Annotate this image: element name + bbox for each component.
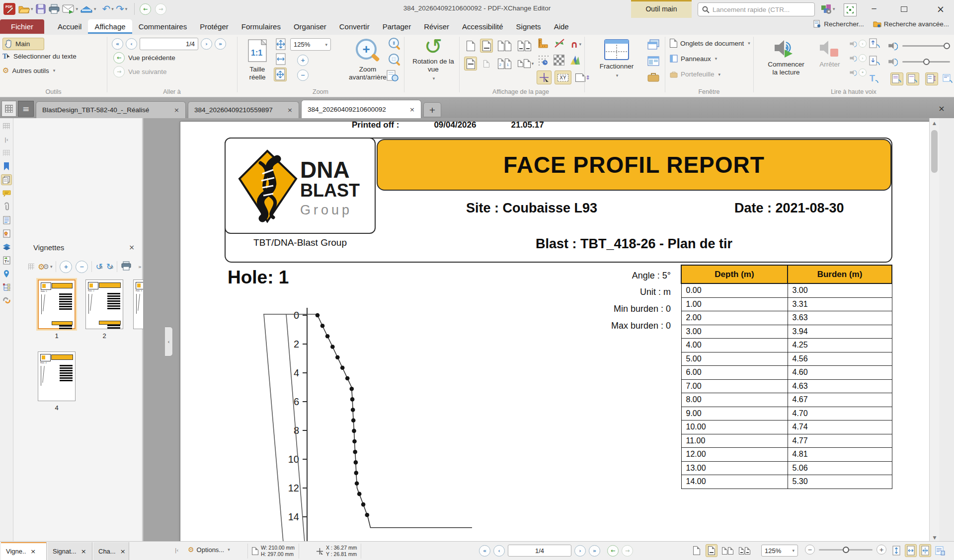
- sb-zoom-out-button[interactable]: −: [805, 545, 815, 555]
- last-page-button[interactable]: »: [215, 38, 226, 50]
- cascade-windows-button[interactable]: [647, 39, 660, 53]
- sb-properties-button[interactable]: [934, 544, 947, 557]
- sb-prev-view-button[interactable]: ←: [607, 545, 619, 557]
- menu-item-aide[interactable]: Aide: [548, 19, 575, 34]
- search-link[interactable]: Rechercher...: [813, 20, 864, 28]
- menu-item-accessibilité[interactable]: Accessibilité: [456, 19, 510, 34]
- sb-next-page-button[interactable]: ›: [574, 545, 586, 557]
- ruler-button[interactable]: [538, 38, 549, 51]
- volume-slider[interactable]: [902, 45, 950, 47]
- continuous-page-button[interactable]: [480, 39, 493, 53]
- start-reading-button[interactable]: Commencerla lecture: [758, 38, 814, 76]
- scroll-down-arrow[interactable]: ▼: [930, 535, 939, 540]
- show-coordinates-button[interactable]: XY: [555, 70, 571, 84]
- page-number-input[interactable]: 1/4: [140, 38, 198, 50]
- fit-width-layout-button[interactable]: [464, 57, 477, 70]
- panel-collapse-handle[interactable]: ‹: [165, 327, 173, 356]
- read-para-button[interactable]: [906, 72, 919, 85]
- doc-tab-2[interactable]: 384_20260409210559897×: [188, 101, 299, 118]
- options-button[interactable]: ⚙ Options... ▾: [188, 546, 230, 554]
- read-prev-button[interactable]: ‹: [848, 39, 867, 49]
- toolbar-overflow-button[interactable]: »: [138, 264, 142, 270]
- read-doc-button[interactable]: [890, 72, 903, 85]
- collapse-panel-icon[interactable]: |‹: [1, 134, 12, 145]
- save-button[interactable]: [35, 2, 46, 15]
- menu-item-protéger[interactable]: Protéger: [193, 19, 235, 34]
- select-text-button[interactable]: T Sélectionner du texte: [2, 52, 77, 60]
- bookmarks-icon[interactable]: [1, 161, 12, 172]
- prev-page-button[interactable]: ‹: [126, 38, 137, 50]
- tab-close-icon[interactable]: ×: [120, 548, 126, 555]
- sb-page-indicator[interactable]: 1/4: [508, 545, 571, 557]
- page-resize-button[interactable]: ⇕: [574, 70, 591, 84]
- sb-fit-visible-button[interactable]: [890, 544, 902, 557]
- sb-two-pages-cont-button[interactable]: [737, 544, 751, 557]
- fullscreen-button[interactable]: [844, 3, 857, 16]
- undo-button[interactable]: ↶▾: [102, 2, 114, 15]
- rotate-cw-90-button[interactable]: ↻90: [106, 262, 113, 272]
- panel-close-button[interactable]: ×: [127, 242, 137, 252]
- sb-next-view-button[interactable]: →: [622, 545, 633, 557]
- bottom-tab-3[interactable]: Cha...×: [93, 542, 129, 560]
- thumbnails-icon[interactable]: [1, 174, 12, 185]
- first-page-button[interactable]: «: [112, 38, 123, 50]
- page-spread-options-button[interactable]: ▾: [516, 57, 536, 70]
- print-button[interactable]: [48, 2, 60, 15]
- snap-button[interactable]: ∩▾: [570, 39, 581, 50]
- menu-item-fichier[interactable]: Fichier: [0, 19, 44, 34]
- sb-single-page-button[interactable]: [691, 544, 703, 557]
- fit-page-button[interactable]: [274, 68, 287, 81]
- sb-zoom-slider[interactable]: [819, 549, 873, 551]
- scanner-button[interactable]: ▾: [80, 2, 96, 15]
- sb-fit-width-button[interactable]: [919, 544, 931, 557]
- forward-view-button[interactable]: →: [155, 3, 166, 15]
- read-order-button[interactable]: [925, 72, 938, 85]
- sb-two-pages-button[interactable]: [720, 544, 734, 557]
- structure-tree-icon[interactable]: [1, 281, 12, 292]
- sb-fit-page-button[interactable]: [905, 544, 917, 557]
- tab-close-icon[interactable]: ×: [174, 106, 179, 114]
- zoom-out-button[interactable]: −: [297, 70, 309, 81]
- thumb-options-button[interactable]: ⚙⚙▾: [38, 262, 52, 272]
- attachments-icon[interactable]: [1, 201, 12, 212]
- links-icon[interactable]: [1, 295, 12, 306]
- two-pages-button[interactable]: [496, 39, 513, 53]
- layers-icon[interactable]: [1, 241, 12, 252]
- read-next-button[interactable]: ›: [848, 53, 867, 63]
- toolbar-grip[interactable]: [28, 264, 34, 270]
- tab-menu-button[interactable]: ≡: [18, 101, 34, 117]
- thumbnail-page-4[interactable]: Hole: 4: [38, 351, 76, 401]
- loupe-button[interactable]: [387, 70, 399, 84]
- redo-button[interactable]: ↷▾: [116, 2, 127, 15]
- back-view-button[interactable]: ←: [140, 3, 151, 15]
- single-page-button[interactable]: [464, 39, 477, 53]
- advanced-search-link[interactable]: Recherche avancée...: [873, 20, 949, 28]
- other-tools-button[interactable]: ⚙ Autres outils ▾: [2, 66, 55, 75]
- menu-item-réviser[interactable]: Réviser: [417, 19, 456, 34]
- menu-item-signets[interactable]: Signets: [510, 19, 548, 34]
- zoom-level-select[interactable]: 125%▾: [290, 38, 331, 51]
- menu-item-convertir[interactable]: Convertir: [333, 19, 376, 34]
- tile-windows-button[interactable]: [647, 56, 660, 69]
- sync-pan-button[interactable]: [554, 38, 565, 51]
- tab-close-icon[interactable]: ×: [30, 548, 36, 555]
- bottom-tab-2[interactable]: Signat...×: [48, 542, 92, 560]
- email-button[interactable]: ▾: [62, 2, 79, 15]
- read-text-button[interactable]: T: [869, 72, 880, 86]
- menu-item-affichage[interactable]: Affichage: [88, 19, 132, 34]
- speed-slider[interactable]: [902, 61, 950, 63]
- sb-first-page-button[interactable]: «: [479, 545, 490, 557]
- close-button[interactable]: ×: [927, 0, 954, 18]
- sb-zoom-select[interactable]: 125%▾: [761, 545, 798, 557]
- doc-tab-3[interactable]: 384_20260409210600092×: [301, 100, 421, 118]
- grid-button[interactable]: [538, 55, 549, 68]
- read-page-down-button[interactable]: [869, 55, 880, 69]
- sb-continuous-button[interactable]: [706, 544, 717, 557]
- tab-list-grid-button[interactable]: [1, 101, 16, 117]
- thumbnail-page-1[interactable]: Hole: 1: [38, 280, 76, 329]
- thumbnail-page-2[interactable]: Hole: 2: [85, 280, 123, 329]
- read-pointer-button[interactable]: •: [848, 68, 867, 77]
- thumb-zoom-out-button[interactable]: −: [76, 261, 88, 273]
- panels-menu[interactable]: Panneaux▾: [670, 55, 717, 63]
- bottom-tab-1[interactable]: Vigne..×: [1, 542, 47, 560]
